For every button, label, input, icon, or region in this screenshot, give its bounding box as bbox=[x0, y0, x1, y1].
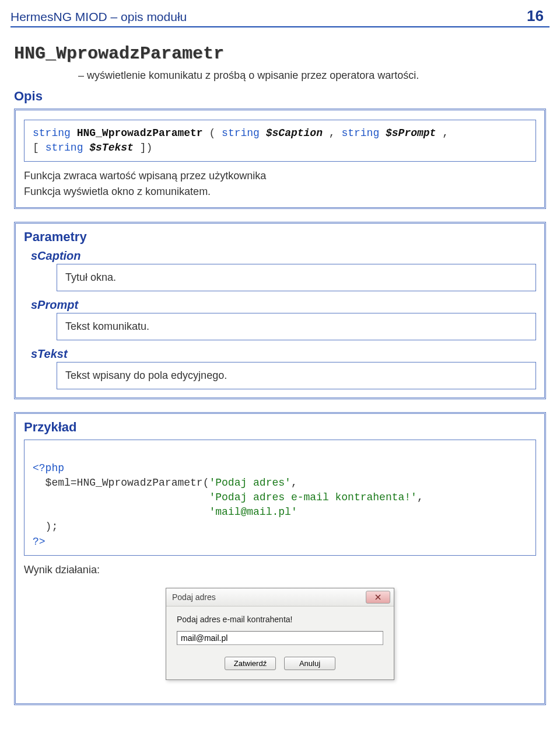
example-code: <?php $eml=HNG_WprowadzParametr('Podaj a… bbox=[24, 440, 536, 555]
parametry-box: Parametry sCaption Tytuł okna. sPrompt T… bbox=[14, 222, 546, 399]
param-sPrompt-name: sPrompt bbox=[31, 298, 536, 312]
sig-func-name: HNG_WprowadzParametr bbox=[77, 127, 203, 139]
code-l5: ); bbox=[33, 521, 58, 532]
signature-code: string HNG_WprowadzParametr ( string $sC… bbox=[24, 120, 536, 162]
sig-type1: string bbox=[222, 127, 266, 139]
dialog-title: Podaj adres bbox=[172, 592, 216, 602]
code-l4pad bbox=[33, 506, 209, 518]
parametry-label: Parametry bbox=[24, 229, 536, 245]
sig-bracket-open: [ bbox=[33, 142, 39, 154]
code-l3b: , bbox=[417, 491, 424, 503]
dialog-window: Podaj adres Podaj adres e-mail kontrahen… bbox=[166, 588, 394, 680]
header-rule bbox=[10, 26, 550, 27]
function-name: HNG_WprowadzParametr bbox=[14, 44, 546, 64]
header-page-number: 16 bbox=[527, 7, 544, 25]
sig-param2: $sPrompt bbox=[386, 127, 436, 139]
sig-comma1: , bbox=[329, 127, 342, 139]
dialog-screenshot: Podaj adres Podaj adres e-mail kontrahen… bbox=[24, 588, 536, 680]
sig-open: ( bbox=[209, 127, 215, 139]
function-subtitle: – wyświetlenie komunikatu z prośbą o wpi… bbox=[78, 69, 546, 82]
dialog-titlebar: Podaj adres bbox=[166, 588, 394, 606]
code-l2c: , bbox=[291, 477, 298, 489]
code-l3pad bbox=[33, 491, 209, 503]
ok-button[interactable]: Zatwierdź bbox=[225, 657, 276, 670]
sig-return-type: string bbox=[33, 127, 71, 139]
sig-param1: $sCaption bbox=[266, 127, 323, 139]
param-sTekst-desc: Tekst wpisany do pola edycyjnego. bbox=[57, 362, 536, 389]
param-sCaption-desc: Tytuł okna. bbox=[57, 264, 536, 291]
sig-type2: string bbox=[341, 127, 386, 139]
opis-label: Opis bbox=[14, 89, 546, 104]
sig-type3: string bbox=[46, 142, 90, 154]
result-label: Wynik działania: bbox=[24, 564, 536, 576]
opis-desc1: Funkcja zwraca wartość wpisaną przez uży… bbox=[24, 170, 536, 182]
sig-comma2: , bbox=[442, 127, 449, 139]
opis-desc2: Funkcja wyświetla okno z komunikatem. bbox=[24, 186, 536, 198]
dialog-input[interactable] bbox=[177, 631, 383, 645]
code-l3a: 'Podaj adres e-mail kontrahenta!' bbox=[209, 491, 416, 503]
code-l6: ?> bbox=[33, 536, 46, 548]
header-title: HermesNG MIOD – opis modułu bbox=[10, 10, 187, 24]
dialog-body: Podaj adres e-mail kontrahenta! Zatwierd… bbox=[166, 606, 394, 679]
code-l2a: $eml=HNG_WprowadzParametr( bbox=[33, 477, 209, 489]
sig-bracket-close: ]) bbox=[140, 142, 153, 154]
close-button[interactable] bbox=[366, 591, 390, 604]
code-l4a: 'mail@mail.pl' bbox=[209, 506, 297, 518]
code-l2b: 'Podaj adres' bbox=[209, 477, 290, 489]
przyklad-label: Przykład bbox=[24, 420, 536, 435]
param-sPrompt-desc: Tekst komunikatu. bbox=[57, 313, 536, 340]
close-icon bbox=[375, 594, 381, 600]
cancel-button[interactable]: Anuluj bbox=[284, 657, 335, 670]
param-sTekst-name: sTekst bbox=[31, 347, 536, 361]
dialog-prompt: Podaj adres e-mail kontrahenta! bbox=[177, 615, 383, 624]
page-header: HermesNG MIOD – opis modułu 16 bbox=[0, 0, 560, 26]
przyklad-box: Przykład <?php $eml=HNG_WprowadzParametr… bbox=[14, 412, 546, 705]
param-sCaption-name: sCaption bbox=[31, 249, 536, 263]
dialog-button-row: Zatwierdź Anuluj bbox=[177, 657, 383, 670]
code-l1: <?php bbox=[33, 462, 64, 474]
opis-box: string HNG_WprowadzParametr ( string $sC… bbox=[14, 109, 546, 209]
sig-param3: $sTekst bbox=[89, 142, 134, 154]
